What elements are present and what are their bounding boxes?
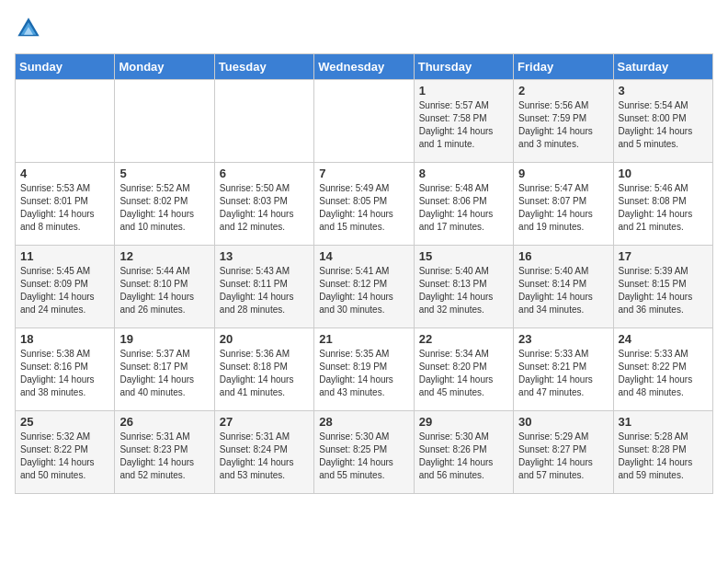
- day-cell: 31Sunrise: 5:28 AM Sunset: 8:28 PM Dayli…: [613, 411, 712, 494]
- week-row-1: 1Sunrise: 5:57 AM Sunset: 7:58 PM Daylig…: [16, 80, 713, 163]
- day-info: Sunrise: 5:50 AM Sunset: 8:03 PM Dayligh…: [220, 182, 309, 234]
- header-cell-tuesday: Tuesday: [214, 54, 313, 80]
- day-info: Sunrise: 5:30 AM Sunset: 8:25 PM Dayligh…: [319, 431, 408, 482]
- day-number: 25: [20, 415, 109, 429]
- logo-icon: [15, 15, 42, 42]
- day-cell: 1Sunrise: 5:57 AM Sunset: 7:58 PM Daylig…: [414, 80, 513, 163]
- day-cell: 7Sunrise: 5:49 AM Sunset: 8:05 PM Daylig…: [314, 163, 414, 246]
- day-info: Sunrise: 5:49 AM Sunset: 8:05 PM Dayligh…: [319, 182, 408, 234]
- day-number: 16: [518, 249, 608, 263]
- day-cell: [314, 80, 414, 163]
- day-number: 21: [319, 332, 408, 346]
- day-number: 19: [119, 332, 209, 346]
- day-cell: [115, 80, 214, 163]
- day-number: 17: [619, 249, 708, 263]
- day-info: Sunrise: 5:47 AM Sunset: 8:07 PM Dayligh…: [518, 182, 608, 234]
- day-info: Sunrise: 5:40 AM Sunset: 8:14 PM Dayligh…: [518, 265, 608, 316]
- page-header: [15, 15, 713, 42]
- day-info: Sunrise: 5:31 AM Sunset: 8:23 PM Dayligh…: [119, 431, 209, 482]
- day-number: 10: [619, 167, 708, 180]
- day-info: Sunrise: 5:32 AM Sunset: 8:22 PM Dayligh…: [20, 431, 109, 482]
- day-number: 24: [619, 332, 708, 346]
- header-cell-wednesday: Wednesday: [314, 54, 414, 80]
- logo: [15, 15, 46, 42]
- day-number: 20: [220, 332, 309, 346]
- day-cell: 9Sunrise: 5:47 AM Sunset: 8:07 PM Daylig…: [514, 163, 613, 246]
- day-cell: 18Sunrise: 5:38 AM Sunset: 8:16 PM Dayli…: [16, 328, 115, 411]
- header-cell-monday: Monday: [115, 54, 214, 80]
- day-cell: 17Sunrise: 5:39 AM Sunset: 8:15 PM Dayli…: [613, 246, 712, 328]
- header-cell-friday: Friday: [514, 54, 613, 80]
- day-info: Sunrise: 5:41 AM Sunset: 8:12 PM Dayligh…: [319, 265, 408, 316]
- day-cell: [16, 80, 115, 163]
- day-cell: 8Sunrise: 5:48 AM Sunset: 8:06 PM Daylig…: [414, 163, 513, 246]
- week-row-4: 18Sunrise: 5:38 AM Sunset: 8:16 PM Dayli…: [16, 328, 713, 411]
- day-number: 27: [220, 415, 309, 429]
- day-cell: 6Sunrise: 5:50 AM Sunset: 8:03 PM Daylig…: [214, 163, 313, 246]
- day-cell: 24Sunrise: 5:33 AM Sunset: 8:22 PM Dayli…: [613, 328, 712, 411]
- day-cell: 21Sunrise: 5:35 AM Sunset: 8:19 PM Dayli…: [314, 328, 414, 411]
- day-number: 26: [119, 415, 209, 429]
- day-info: Sunrise: 5:40 AM Sunset: 8:13 PM Dayligh…: [419, 265, 508, 316]
- day-cell: 20Sunrise: 5:36 AM Sunset: 8:18 PM Dayli…: [214, 328, 313, 411]
- day-number: 28: [319, 415, 408, 429]
- day-number: 3: [619, 84, 708, 98]
- day-info: Sunrise: 5:57 AM Sunset: 7:58 PM Dayligh…: [419, 99, 508, 151]
- header-row: SundayMondayTuesdayWednesdayThursdayFrid…: [16, 54, 713, 80]
- day-number: 23: [518, 332, 608, 346]
- day-info: Sunrise: 5:48 AM Sunset: 8:06 PM Dayligh…: [419, 182, 508, 234]
- day-cell: 13Sunrise: 5:43 AM Sunset: 8:11 PM Dayli…: [214, 246, 313, 328]
- day-cell: 28Sunrise: 5:30 AM Sunset: 8:25 PM Dayli…: [314, 411, 414, 494]
- day-number: 2: [518, 84, 608, 98]
- day-cell: 2Sunrise: 5:56 AM Sunset: 7:59 PM Daylig…: [514, 80, 613, 163]
- day-info: Sunrise: 5:33 AM Sunset: 8:21 PM Dayligh…: [518, 348, 608, 399]
- day-info: Sunrise: 5:28 AM Sunset: 8:28 PM Dayligh…: [619, 431, 708, 482]
- day-number: 7: [319, 167, 408, 180]
- day-number: 11: [20, 249, 109, 263]
- day-info: Sunrise: 5:34 AM Sunset: 8:20 PM Dayligh…: [419, 348, 508, 399]
- day-number: 14: [319, 249, 408, 263]
- header-cell-sunday: Sunday: [16, 54, 115, 80]
- day-number: 30: [518, 415, 608, 429]
- day-number: 5: [119, 167, 209, 180]
- day-cell: 23Sunrise: 5:33 AM Sunset: 8:21 PM Dayli…: [514, 328, 613, 411]
- header-cell-thursday: Thursday: [414, 54, 513, 80]
- day-info: Sunrise: 5:37 AM Sunset: 8:17 PM Dayligh…: [119, 348, 209, 399]
- day-number: 15: [419, 249, 508, 263]
- day-cell: 19Sunrise: 5:37 AM Sunset: 8:17 PM Dayli…: [115, 328, 214, 411]
- day-cell: 30Sunrise: 5:29 AM Sunset: 8:27 PM Dayli…: [514, 411, 613, 494]
- day-info: Sunrise: 5:38 AM Sunset: 8:16 PM Dayligh…: [20, 348, 109, 399]
- day-info: Sunrise: 5:54 AM Sunset: 8:00 PM Dayligh…: [619, 99, 708, 151]
- day-number: 1: [419, 84, 508, 98]
- day-info: Sunrise: 5:52 AM Sunset: 8:02 PM Dayligh…: [119, 182, 209, 234]
- day-number: 29: [419, 415, 508, 429]
- day-cell: 16Sunrise: 5:40 AM Sunset: 8:14 PM Dayli…: [514, 246, 613, 328]
- day-info: Sunrise: 5:46 AM Sunset: 8:08 PM Dayligh…: [619, 182, 708, 234]
- day-cell: 11Sunrise: 5:45 AM Sunset: 8:09 PM Dayli…: [16, 246, 115, 328]
- day-info: Sunrise: 5:30 AM Sunset: 8:26 PM Dayligh…: [419, 431, 508, 482]
- day-info: Sunrise: 5:31 AM Sunset: 8:24 PM Dayligh…: [220, 431, 309, 482]
- day-info: Sunrise: 5:53 AM Sunset: 8:01 PM Dayligh…: [20, 182, 109, 234]
- day-cell: 27Sunrise: 5:31 AM Sunset: 8:24 PM Dayli…: [214, 411, 313, 494]
- day-number: 4: [20, 167, 109, 180]
- day-info: Sunrise: 5:44 AM Sunset: 8:10 PM Dayligh…: [119, 265, 209, 316]
- day-number: 18: [20, 332, 109, 346]
- day-info: Sunrise: 5:29 AM Sunset: 8:27 PM Dayligh…: [518, 431, 608, 482]
- day-cell: 3Sunrise: 5:54 AM Sunset: 8:00 PM Daylig…: [613, 80, 712, 163]
- day-cell: 29Sunrise: 5:30 AM Sunset: 8:26 PM Dayli…: [414, 411, 513, 494]
- day-info: Sunrise: 5:35 AM Sunset: 8:19 PM Dayligh…: [319, 348, 408, 399]
- day-cell: 26Sunrise: 5:31 AM Sunset: 8:23 PM Dayli…: [115, 411, 214, 494]
- week-row-2: 4Sunrise: 5:53 AM Sunset: 8:01 PM Daylig…: [16, 163, 713, 246]
- day-info: Sunrise: 5:33 AM Sunset: 8:22 PM Dayligh…: [619, 348, 708, 399]
- day-info: Sunrise: 5:43 AM Sunset: 8:11 PM Dayligh…: [220, 265, 309, 316]
- day-cell: 22Sunrise: 5:34 AM Sunset: 8:20 PM Dayli…: [414, 328, 513, 411]
- day-number: 6: [220, 167, 309, 180]
- day-number: 22: [419, 332, 508, 346]
- day-cell: 15Sunrise: 5:40 AM Sunset: 8:13 PM Dayli…: [414, 246, 513, 328]
- day-info: Sunrise: 5:45 AM Sunset: 8:09 PM Dayligh…: [20, 265, 109, 316]
- header-cell-saturday: Saturday: [613, 54, 712, 80]
- week-row-3: 11Sunrise: 5:45 AM Sunset: 8:09 PM Dayli…: [16, 246, 713, 328]
- day-cell: 25Sunrise: 5:32 AM Sunset: 8:22 PM Dayli…: [16, 411, 115, 494]
- day-number: 13: [220, 249, 309, 263]
- day-number: 9: [518, 167, 608, 180]
